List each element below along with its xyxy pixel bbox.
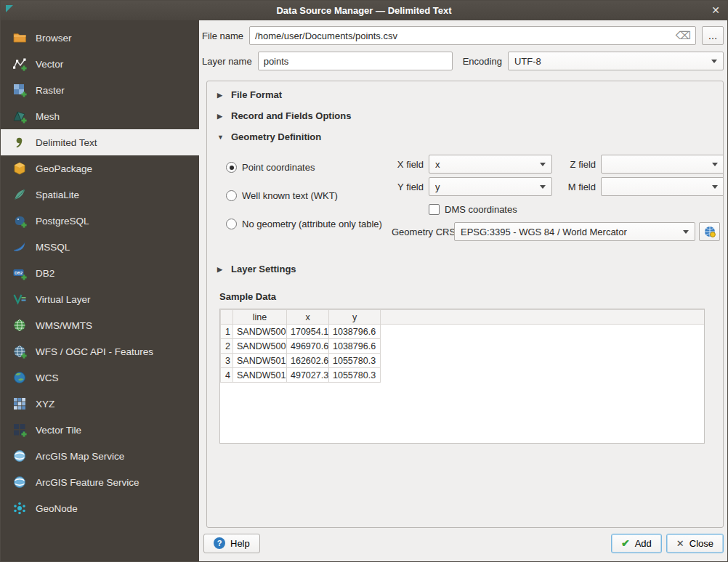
sidebar-item-wms-wmts[interactable]: WMS/WMTS	[1, 312, 199, 338]
section-layer-settings[interactable]: ▶ Layer Settings	[216, 258, 714, 280]
sidebar-item-virtual-layer[interactable]: Virtual Layer	[1, 286, 199, 312]
y-field-select[interactable]: y	[429, 177, 552, 196]
row-number: 1	[221, 325, 233, 339]
browse-file-button[interactable]: …	[702, 26, 724, 45]
sidebar-item-spatialite[interactable]: SpatiaLite	[1, 182, 199, 208]
sidebar-item-label: PostgreSQL	[36, 216, 89, 227]
x-field-select[interactable]: x	[429, 155, 552, 174]
m-field-label: M field	[561, 182, 596, 192]
delimited-text-icon	[12, 134, 28, 150]
collapse-arrow-icon: ▶	[217, 91, 225, 99]
checkbox-icon	[429, 204, 440, 215]
table-row: 4 SANDW501 497027.3 1055780.3	[221, 368, 705, 383]
row-number: 2	[221, 339, 233, 354]
sidebar-item-wfs-ogc-api-features[interactable]: WFS / OGC API - Features	[1, 338, 199, 365]
sidebar-item-db2[interactable]: DB2 DB2	[1, 260, 199, 286]
x-field-label: X field	[392, 159, 424, 170]
geometry-definition-body: Point coordinates Well known text (WKT) …	[216, 147, 714, 258]
sidebar-item-browser[interactable]: Browser	[1, 25, 199, 51]
sidebar-item-label: DB2	[36, 268, 54, 279]
mesh-layer-icon	[12, 108, 28, 124]
column-header-line: line	[233, 310, 287, 325]
dms-coordinates-checkbox[interactable]: DMS coordinates	[392, 200, 724, 219]
sidebar-item-label: Delimited Text	[36, 137, 97, 148]
cell-y: 1055780.3	[329, 368, 381, 383]
file-name-input[interactable]	[249, 26, 696, 45]
sidebar-item-wcs[interactable]: WCS	[1, 365, 199, 391]
sidebar-item-vector-tile[interactable]: Vector Tile	[1, 417, 199, 443]
encoding-select[interactable]: UTF-8	[508, 52, 724, 70]
collapse-arrow-icon: ▶	[217, 266, 225, 273]
section-record-fields-options[interactable]: ▶ Record and Fields Options	[216, 105, 714, 126]
layer-name-label: Layer name	[202, 56, 252, 67]
geometry-crs-select[interactable]: EPSG:3395 - WGS 84 / World Mercator	[454, 222, 695, 241]
sidebar-item-postgresql[interactable]: PostgreSQL	[1, 208, 199, 234]
cell-line: SANDW501	[233, 354, 287, 368]
chevron-down-icon	[712, 185, 718, 189]
geopackage-icon	[12, 160, 28, 176]
column-header-filler	[381, 310, 705, 325]
add-button[interactable]: ✔ Add	[611, 534, 662, 553]
select-crs-button[interactable]	[699, 222, 720, 241]
spatialite-icon	[12, 187, 28, 203]
m-field-select[interactable]	[601, 177, 724, 196]
sidebar-item-geopackage[interactable]: GeoPackage	[1, 155, 199, 182]
cell-x: 496970.6	[287, 339, 329, 354]
radio-well-known-text[interactable]: Well known text (WKT)	[226, 190, 392, 201]
sidebar-item-delimited-text[interactable]: Delimited Text	[1, 129, 199, 155]
delimited-text-panel: File name ⌫ … Layer name Encoding UTF-8	[199, 20, 727, 561]
cell-x: 170954.1	[287, 325, 329, 339]
radio-point-coordinates[interactable]: Point coordinates	[226, 162, 392, 173]
add-check-icon: ✔	[621, 538, 630, 548]
help-icon: ?	[214, 537, 225, 549]
virtual-layer-icon	[12, 291, 28, 307]
wfs-globe-icon	[12, 343, 28, 359]
radio-button-icon	[226, 190, 237, 201]
sidebar-item-arcgis-feature-service[interactable]: ArcGIS Feature Service	[1, 469, 199, 495]
chevron-down-icon	[540, 163, 546, 166]
y-field-label: Y field	[392, 182, 424, 192]
svg-text:DB2: DB2	[15, 271, 23, 275]
chevron-down-icon	[683, 230, 689, 234]
help-button[interactable]: ? Help	[203, 534, 260, 553]
z-field-select[interactable]	[601, 155, 724, 174]
sample-data-table: line x y 1 SANDW500 170954.1 10	[220, 309, 704, 383]
sidebar-item-mssql[interactable]: MSSQL	[1, 234, 199, 260]
cell-y: 1038796.6	[329, 325, 381, 339]
row-number: 3	[221, 354, 233, 368]
window-menu-icon[interactable]	[5, 4, 14, 15]
section-file-format[interactable]: ▶ File Format	[216, 84, 714, 105]
options-scroll-area: ▶ File Format ▶ Record and Fields Option…	[206, 81, 724, 528]
cell-x: 497027.3	[287, 368, 329, 383]
sidebar-item-label: GeoPackage	[36, 163, 92, 174]
column-header-x: x	[287, 310, 329, 325]
clear-text-icon[interactable]: ⌫	[676, 29, 691, 42]
sidebar-item-geonode[interactable]: GeoNode	[1, 495, 199, 521]
table-row: 3 SANDW501 162602.6 1055780.3	[221, 354, 705, 368]
arcgis-map-icon	[12, 448, 28, 464]
xyz-tiles-icon	[12, 396, 28, 412]
window-title: Data Source Manager — Delimited Text	[1, 5, 727, 16]
column-header-y: y	[329, 310, 381, 325]
section-geometry-definition[interactable]: ▼ Geometry Definition	[216, 126, 714, 147]
window-close-button[interactable]: ✕	[711, 4, 720, 17]
radio-no-geometry[interactable]: No geometry (attribute only table)	[226, 219, 392, 229]
sidebar-item-raster[interactable]: Raster	[1, 77, 199, 103]
sidebar-item-label: Virtual Layer	[36, 294, 91, 305]
sidebar-item-arcgis-map-service[interactable]: ArcGIS Map Service	[1, 443, 199, 469]
close-button[interactable]: ✕ Close	[666, 534, 724, 553]
sidebar-item-label: GeoNode	[36, 503, 78, 514]
arcgis-feature-icon	[12, 474, 28, 490]
sidebar-item-mesh[interactable]: Mesh	[1, 103, 199, 129]
close-x-icon: ✕	[676, 539, 684, 548]
sidebar-item-vector[interactable]: Vector	[1, 51, 199, 77]
table-row: 2 SANDW500 496970.6 1038796.6	[221, 339, 705, 354]
sidebar-item-label: MSSQL	[36, 242, 70, 253]
crs-globe-icon	[703, 225, 716, 238]
cell-y: 1055780.3	[329, 354, 381, 368]
table-row: 1 SANDW500 170954.1 1038796.6	[221, 325, 705, 339]
sidebar-item-label: XYZ	[36, 399, 54, 410]
sidebar-item-xyz[interactable]: XYZ	[1, 391, 199, 417]
file-name-label: File name	[202, 30, 243, 41]
layer-name-input[interactable]	[258, 52, 453, 70]
